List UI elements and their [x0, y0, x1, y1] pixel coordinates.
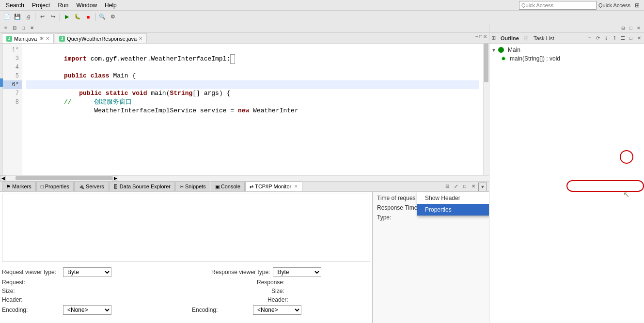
line-num-3: 3 [3, 54, 22, 63]
save-button[interactable]: 💾 [13, 12, 22, 22]
request-encoding-select[interactable]: <None> UTF-8 [63, 305, 111, 315]
panel-tb-btn2[interactable]: ⤢ [452, 183, 460, 190]
panel-tb-btn4[interactable]: ✕ [470, 183, 477, 190]
undo-button[interactable]: ↩ [37, 12, 47, 22]
debug-button[interactable]: 🐛 [73, 12, 82, 22]
request-viewer-select[interactable]: Byte XML Text [63, 267, 111, 277]
response-encoding-select[interactable]: <None> UTF-8 [253, 305, 301, 315]
new-button[interactable]: 📄 [2, 12, 12, 22]
properties-menu-item[interactable]: Properties [417, 204, 489, 215]
tab-label-main: Main.java [14, 36, 37, 42]
tab-icon-main: J [6, 36, 12, 42]
header-label: Header: [2, 296, 60, 303]
outline-tb-6[interactable]: □ [627, 34, 635, 42]
close-editor-btn[interactable]: ✕ [483, 34, 487, 39]
tab-datasource[interactable]: 🗄 Data Source Explorer [109, 182, 175, 191]
tab-tcpip[interactable]: ⇄ TCP/IP Monitor ✕ [245, 182, 302, 191]
scroll-left-btn[interactable]: ◀ [0, 175, 6, 181]
tab-markers[interactable]: ⚑ Markers [2, 182, 36, 191]
tab-label-query: QueryWeatherResponse.java [67, 36, 137, 42]
tcpip-content: Request viewer type: Byte XML Text Respo… [0, 192, 489, 323]
outline-tb-2[interactable]: ⟳ [594, 34, 602, 42]
settings-button[interactable]: ⚙ [108, 12, 118, 22]
markers-icon: ⚑ [6, 184, 11, 189]
header-row: Header: Header: [2, 296, 370, 303]
editor-toolbar-btn-2[interactable]: ⊟ [11, 24, 18, 32]
tab-close-main[interactable]: ✕ [46, 36, 49, 41]
outline-tb-4[interactable]: ⇑ [611, 34, 618, 42]
outline-root[interactable]: ▼ Main [491, 46, 642, 54]
response-viewer-select[interactable]: Byte XML Text [273, 267, 321, 277]
tab-properties[interactable]: □ Properties [36, 182, 74, 191]
outline-icon: ⊞ [491, 35, 496, 41]
tab-snippets[interactable]: ✂ Snippets [175, 182, 210, 191]
quick-access-input[interactable] [519, 1, 597, 10]
tab-console-label: Console [221, 184, 240, 189]
maximize-editor-btn[interactable]: □ [479, 34, 482, 39]
run-button[interactable]: ▶ [62, 12, 72, 22]
tcpip-right-panel: Time of reques Response Time: Type: Show… [373, 192, 489, 323]
right-panel-tb-1[interactable]: ⊟ [620, 25, 627, 31]
outline-tb-5[interactable]: ☰ [619, 34, 627, 42]
outline-tree[interactable]: ▼ Main main(String[]) : void [489, 44, 644, 323]
outline-child-main: main(String[]) : void [491, 54, 642, 63]
right-panel-tb-2[interactable]: □ [628, 25, 634, 31]
print-button[interactable]: 🖨 [23, 12, 33, 22]
stop-button[interactable]: ■ [83, 12, 93, 22]
tab-tasklist[interactable]: Task List [531, 34, 557, 42]
encoding-row: Encoding: <None> UTF-8 Encoding: <None> … [2, 305, 370, 315]
tab-divider: ⊞ [524, 35, 529, 42]
menu-project[interactable]: Project [28, 1, 54, 10]
redo-button[interactable]: ↪ [48, 12, 58, 22]
editor-scrollbar-h[interactable]: ◀ ▶ [0, 175, 489, 181]
outline-tb-1[interactable]: ≡ [586, 34, 594, 42]
outline-tb-3[interactable]: ⇓ [602, 34, 610, 42]
code-content[interactable]: import com.gyf.weather.WeatherInterfaceI… [22, 44, 483, 175]
tab-query-java[interactable]: J QueryWeatherResponse.java ✕ [55, 33, 147, 43]
response-size-label: Size: [271, 288, 330, 294]
tab-main-java[interactable]: J Main.java ✱ ✕ [2, 33, 54, 43]
tab-tcpip-close[interactable]: ✕ [294, 184, 298, 189]
line-num-6: 6* [3, 80, 22, 89]
tcpip-main-area: Request viewer type: Byte XML Text Respo… [0, 192, 489, 323]
right-panel-tb-3[interactable]: ✕ [635, 25, 642, 31]
scrollbar-thumb-v [484, 44, 488, 82]
menu-help[interactable]: Help [101, 1, 121, 10]
dropdown-container: ▼ [478, 183, 487, 191]
properties-icon: □ [41, 184, 44, 189]
tcpip-fields: Request viewer type: Byte XML Text Respo… [2, 267, 370, 315]
servers-icon: 🔌 [79, 184, 84, 189]
menu-run[interactable]: Run [54, 1, 72, 10]
panel-tabs: ⚑ Markers □ Properties 🔌 Servers 🗄 Data … [0, 181, 489, 192]
outline-root-icon [498, 47, 504, 53]
tab-properties-label: Properties [45, 184, 69, 189]
maximize-button[interactable]: ⊞ [632, 0, 642, 10]
request-viewer-label: Request viewer type: [2, 269, 60, 276]
editor-scrollbar-v[interactable] [483, 44, 489, 175]
code-area[interactable]: 1* 3 4 5 6* 7 8 import com.gyf.weather.W… [0, 44, 489, 175]
tab-tcpip-label: TCP/IP Monitor [255, 184, 291, 189]
editor-toolbar-btn-3[interactable]: □ [19, 24, 27, 32]
tcpip-list[interactable] [2, 194, 370, 261]
expand-arrow[interactable]: ▼ [491, 47, 496, 53]
editor-toolbar-btn-1[interactable]: ≡ [2, 24, 10, 32]
menu-bar: Search Project Run Window Help Quick Acc… [0, 0, 644, 11]
menu-search[interactable]: Search [2, 1, 28, 10]
outline-method-item[interactable]: main(String[]) : void [501, 54, 642, 63]
outline-tb-7[interactable]: ✕ [635, 34, 643, 42]
scroll-right-btn[interactable]: ▶ [112, 175, 118, 181]
view-menu-dropdown-btn[interactable]: ▼ [478, 183, 487, 191]
tab-markers-label: Markers [12, 184, 31, 189]
toolbar-sep-1 [35, 13, 35, 21]
tab-console[interactable]: ▣ Console [211, 182, 245, 191]
show-header-menu-item[interactable]: Show Header [417, 192, 489, 204]
search-toolbar-button[interactable]: 🔍 [97, 12, 107, 22]
tab-servers[interactable]: 🔌 Servers [74, 182, 109, 191]
panel-tb-btn1[interactable]: ⊟ [443, 183, 451, 190]
tab-close-query[interactable]: ✕ [139, 36, 142, 41]
tab-outline[interactable]: Outline [498, 34, 522, 42]
panel-tb-btn3[interactable]: □ [461, 183, 469, 190]
minimize-btn[interactable]: − [475, 34, 478, 39]
editor-toolbar-btn-4[interactable]: ✕ [28, 24, 36, 32]
menu-window[interactable]: Window [72, 1, 101, 10]
